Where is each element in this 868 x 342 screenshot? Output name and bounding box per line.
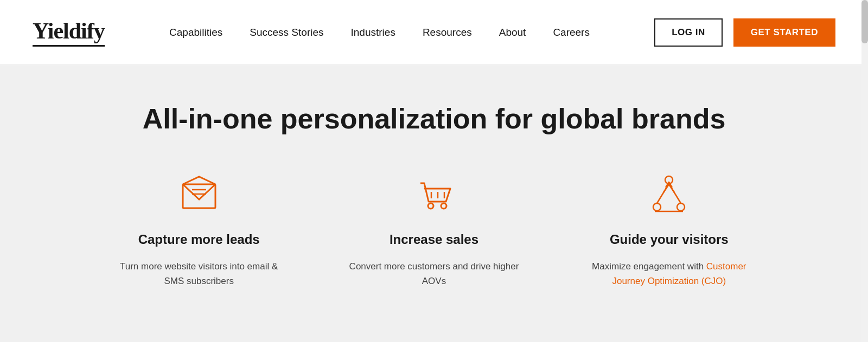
feature-visitors-desc-before: Maximize engagement with bbox=[592, 261, 706, 272]
journey-icon bbox=[647, 173, 691, 217]
main-nav: Capabilities Success Stories Industries … bbox=[169, 27, 590, 38]
svg-point-4 bbox=[441, 203, 446, 209]
nav-success-stories[interactable]: Success Stories bbox=[250, 27, 323, 38]
scrollbar-thumb[interactable] bbox=[861, 0, 868, 43]
feature-leads-title: Capture more leads bbox=[138, 232, 260, 247]
scrollbar-track bbox=[861, 0, 868, 342]
svg-point-9 bbox=[653, 203, 661, 211]
nav-resources[interactable]: Resources bbox=[423, 27, 472, 38]
nav-capabilities[interactable]: Capabilities bbox=[169, 27, 222, 38]
hero-section: All-in-one personalization for global br… bbox=[0, 65, 868, 342]
feature-sales-title: Increase sales bbox=[390, 232, 478, 247]
hero-title: All-in-one personalization for global br… bbox=[33, 103, 835, 135]
logo-underline bbox=[33, 45, 105, 47]
feature-sales: Increase sales Convert more customers an… bbox=[316, 173, 551, 288]
features-grid: Capture more leads Turn more website vis… bbox=[81, 173, 787, 288]
svg-point-10 bbox=[677, 203, 685, 211]
feature-leads: Capture more leads Turn more website vis… bbox=[81, 173, 316, 288]
get-started-button[interactable]: GET STARTED bbox=[733, 18, 835, 47]
feature-sales-desc: Convert more customers and drive higher … bbox=[349, 259, 519, 288]
envelope-icon bbox=[177, 173, 221, 217]
nav-about[interactable]: About bbox=[499, 27, 526, 38]
cart-icon bbox=[412, 173, 456, 217]
svg-point-3 bbox=[428, 203, 433, 209]
nav-industries[interactable]: Industries bbox=[351, 27, 395, 38]
feature-visitors: Guide your visitors Maximize engagement … bbox=[552, 173, 787, 288]
login-button[interactable]: LOG IN bbox=[654, 18, 723, 47]
logo[interactable]: Yieldify bbox=[33, 18, 105, 47]
feature-visitors-title: Guide your visitors bbox=[610, 232, 729, 247]
feature-leads-desc: Turn more website visitors into email & … bbox=[114, 259, 284, 288]
header: Yieldify Capabilities Success Stories In… bbox=[0, 0, 868, 65]
nav-careers[interactable]: Careers bbox=[553, 27, 590, 38]
header-actions: LOG IN GET STARTED bbox=[654, 18, 835, 47]
feature-visitors-desc: Maximize engagement with Customer Journe… bbox=[584, 259, 754, 288]
logo-area: Yieldify bbox=[33, 18, 105, 47]
